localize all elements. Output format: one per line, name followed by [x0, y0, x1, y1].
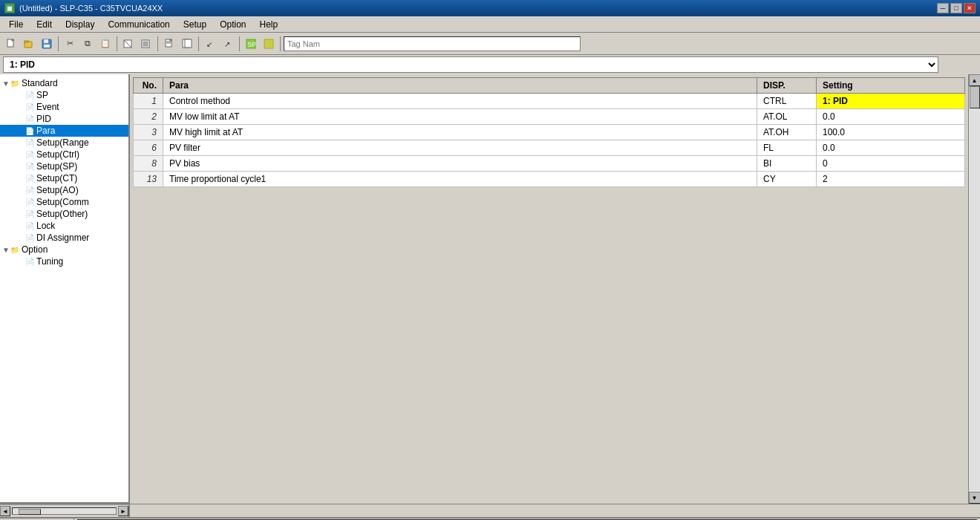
- tree-item-para[interactable]: 📄 Para: [0, 125, 128, 137]
- tree-item-di-assign[interactable]: 📄 DI Assignmer: [0, 232, 128, 244]
- title-bar-controls: ─ □ ✕: [937, 3, 976, 13]
- tree-item-option[interactable]: ▼ 📁 Option: [0, 244, 128, 256]
- menu-file[interactable]: File: [3, 18, 29, 31]
- tree-hscroll[interactable]: ◄ ►: [0, 504, 130, 517]
- tree-item-setup-ct[interactable]: 📄 Setup(CT): [0, 172, 128, 184]
- svg-text:SP: SP: [247, 41, 256, 48]
- expander-pid: [16, 115, 25, 123]
- tree-item-setup-sp[interactable]: 📄 Setup(SP): [0, 160, 128, 172]
- cell-para-3: MV high limit at AT: [163, 125, 757, 140]
- label-option: Option: [22, 244, 48, 255]
- menu-help[interactable]: Help: [253, 18, 284, 31]
- menu-setup[interactable]: Setup: [177, 18, 212, 31]
- label-setup-ctrl: Setup(Ctrl): [36, 149, 79, 160]
- menu-communication[interactable]: Communication: [102, 18, 175, 31]
- svg-rect-14: [185, 39, 192, 48]
- col-header-setting: Setting: [817, 78, 965, 94]
- scroll-up-arrow[interactable]: ▲: [969, 74, 981, 86]
- cell-disp-1: CTRL: [757, 94, 817, 109]
- table-row[interactable]: 6 PV filter FL 0.0: [134, 140, 965, 156]
- doc-icon-di-assign: 📄: [25, 234, 34, 242]
- cell-setting-2[interactable]: 0.0: [817, 109, 965, 125]
- btn9[interactable]: ↙: [202, 36, 218, 52]
- tree-item-standard[interactable]: ▼ 📁 Standard: [0, 77, 128, 89]
- doc-icon-setup-ctrl: 📄: [25, 151, 34, 159]
- hscroll-thumb[interactable]: [19, 509, 41, 515]
- restore-button[interactable]: □: [950, 3, 962, 13]
- expander-setup-ct: [16, 175, 25, 183]
- btn5[interactable]: [120, 36, 137, 52]
- cut-button[interactable]: ✂: [62, 36, 78, 52]
- label-setup-other: Setup(Other): [36, 209, 88, 219]
- copy-button[interactable]: ⧉: [79, 36, 96, 52]
- label-sp: SP: [36, 90, 48, 100]
- menu-display[interactable]: Display: [59, 18, 100, 31]
- scroll-right-arrow[interactable]: ►: [118, 506, 128, 516]
- expand-option[interactable]: ▼: [1, 246, 10, 254]
- toolbar: ✂ ⧉ 📋 ↙ ↗ SP: [0, 33, 980, 55]
- btn11[interactable]: SP: [243, 36, 259, 52]
- table-row[interactable]: 13 Time proportional cycle1 CY 2: [134, 172, 965, 187]
- label-di-assign: DI Assignmer: [36, 233, 89, 243]
- btn8[interactable]: [179, 36, 195, 52]
- separator-2: [117, 36, 117, 51]
- tree-item-setup-range[interactable]: 📄 Setup(Range: [0, 137, 128, 149]
- doc-icon-pid: 📄: [25, 115, 34, 123]
- tree-item-setup-comm[interactable]: 📄 Setup(Comm: [0, 196, 128, 208]
- scroll-track[interactable]: [969, 86, 980, 492]
- btn7[interactable]: [161, 36, 177, 52]
- btn10[interactable]: ↗: [220, 36, 236, 52]
- cell-para-13: Time proportional cycle1: [163, 172, 757, 187]
- expander-di-assign: [16, 234, 25, 242]
- expand-standard[interactable]: ▼: [1, 79, 10, 88]
- cell-disp-2: AT.OL: [757, 109, 817, 125]
- pid-selector-wrapper[interactable]: 1: PID 2: PID 3: PID: [3, 56, 977, 73]
- table-row[interactable]: 3 MV high limit at AT AT.OH 100.0: [134, 125, 965, 140]
- col-header-disp: DISP.: [757, 78, 817, 94]
- tree-item-setup-other[interactable]: 📄 Setup(Other): [0, 208, 128, 220]
- doc-icon-setup-range: 📄: [25, 139, 34, 147]
- scroll-thumb[interactable]: [970, 86, 980, 108]
- cell-setting-13[interactable]: 2: [817, 172, 965, 187]
- tree-item-event[interactable]: 📄 Event: [0, 101, 128, 113]
- tree-item-setup-ao[interactable]: 📄 Setup(AO): [0, 184, 128, 196]
- tree-item-lock[interactable]: 📄 Lock: [0, 220, 128, 232]
- label-standard: Standard: [22, 78, 58, 88]
- scroll-left-arrow[interactable]: ◄: [0, 506, 10, 516]
- vertical-scrollbar[interactable]: ▲ ▼: [968, 74, 980, 504]
- open-button[interactable]: [21, 36, 37, 52]
- app-icon: ▣: [4, 3, 15, 13]
- cell-no-3: 3: [134, 125, 163, 140]
- tree-item-setup-ctrl[interactable]: 📄 Setup(Ctrl): [0, 149, 128, 160]
- tag-name-input[interactable]: [284, 36, 581, 51]
- expander-setup-ctrl: [16, 151, 25, 159]
- label-para: Para: [36, 126, 55, 136]
- btn6[interactable]: [138, 36, 154, 52]
- pid-selector[interactable]: 1: PID 2: PID 3: PID: [3, 56, 938, 73]
- save-button[interactable]: [39, 36, 55, 52]
- cell-setting-6[interactable]: 0.0: [817, 140, 965, 156]
- menu-option[interactable]: Option: [214, 18, 252, 31]
- table-row[interactable]: 1 Control method CTRL 1: PID: [134, 94, 965, 109]
- cell-setting-1[interactable]: 1: PID: [817, 94, 965, 109]
- close-button[interactable]: ✕: [964, 3, 976, 13]
- expander-tuning: [16, 258, 25, 266]
- table-row[interactable]: 8 PV bias BI 0: [134, 156, 965, 172]
- cell-para-2: MV low limit at AT: [163, 109, 757, 125]
- doc-icon-lock: 📄: [25, 222, 34, 230]
- btn12[interactable]: [261, 36, 277, 52]
- paste-button[interactable]: 📋: [97, 36, 114, 52]
- new-button[interactable]: [3, 36, 19, 52]
- cell-disp-3: AT.OH: [757, 125, 817, 140]
- scroll-down-arrow[interactable]: ▼: [969, 492, 981, 504]
- tree-item-tuning[interactable]: 📄 Tuning: [0, 256, 128, 267]
- table-row[interactable]: 2 MV low limit at AT AT.OL 0.0: [134, 109, 965, 125]
- minimize-button[interactable]: ─: [937, 3, 949, 13]
- tree-item-sp[interactable]: 📄 SP: [0, 89, 128, 101]
- tree-item-pid[interactable]: 📄 PID: [0, 113, 128, 125]
- menu-edit[interactable]: Edit: [30, 18, 58, 31]
- cell-setting-8[interactable]: 0: [817, 156, 965, 172]
- cell-setting-3[interactable]: 100.0: [817, 125, 965, 140]
- hscroll-track[interactable]: [12, 507, 117, 515]
- svg-text:↙: ↙: [206, 40, 212, 48]
